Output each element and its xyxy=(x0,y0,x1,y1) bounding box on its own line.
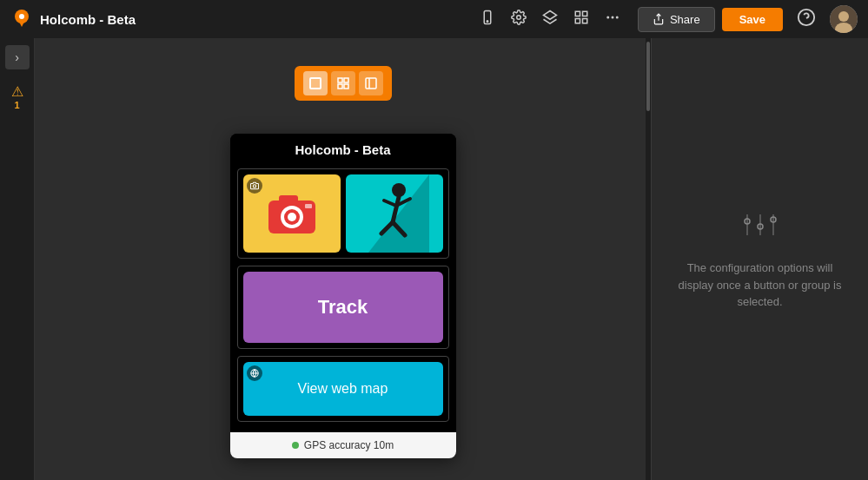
warning-icon: ⚠ xyxy=(11,83,23,100)
svg-point-5 xyxy=(517,15,521,19)
toolbar-btn-1[interactable] xyxy=(303,71,328,95)
config-message: The configuration options will display o… xyxy=(669,260,851,311)
svg-rect-9 xyxy=(582,18,586,23)
topnav: Holcomb - Beta xyxy=(0,0,868,38)
left-sidebar: › ⚠ 1 xyxy=(0,38,35,480)
svg-rect-29 xyxy=(279,195,298,204)
svg-point-11 xyxy=(606,16,609,18)
sidebar-warning: ⚠ 1 xyxy=(11,83,23,110)
phone-header: Holcomb - Beta xyxy=(230,134,456,165)
svg-rect-10 xyxy=(575,18,580,23)
logo-icon xyxy=(10,8,33,30)
webmap-badge xyxy=(247,365,262,381)
topnav-icons xyxy=(480,10,620,30)
camera-badge xyxy=(247,178,262,194)
camera-button[interactable] xyxy=(243,174,341,253)
svg-marker-6 xyxy=(543,10,556,19)
scroll-indicator xyxy=(646,38,651,480)
svg-rect-23 xyxy=(338,84,342,89)
phone-mockup: Holcomb - Beta xyxy=(230,134,456,458)
phone-toolbar xyxy=(295,66,392,101)
webmap-button[interactable]: View web map xyxy=(243,362,443,416)
svg-point-18 xyxy=(838,11,849,22)
svg-rect-7 xyxy=(575,11,580,16)
gps-text: GPS accuracy 10m xyxy=(304,439,394,451)
svg-point-32 xyxy=(288,213,296,221)
save-button[interactable]: Save xyxy=(722,8,783,31)
webmap-button-container: View web map xyxy=(237,356,449,422)
track-button-label: Track xyxy=(318,296,368,319)
toolbar-btn-2[interactable] xyxy=(331,71,355,95)
canvas-area: Holcomb - Beta xyxy=(35,38,651,480)
layers-icon[interactable] xyxy=(542,10,558,30)
svg-rect-22 xyxy=(344,78,348,82)
svg-rect-24 xyxy=(344,84,348,89)
gear-icon[interactable] xyxy=(511,10,527,30)
svg-point-13 xyxy=(616,16,619,18)
export-icon[interactable] xyxy=(573,10,589,30)
image-buttons-row xyxy=(237,168,449,259)
track-button-container: Track xyxy=(237,266,449,349)
config-sliders-icon xyxy=(739,207,782,246)
track-button[interactable]: Track xyxy=(243,272,443,343)
svg-rect-25 xyxy=(366,78,376,89)
right-panel: The configuration options will display o… xyxy=(651,38,868,480)
main: › ⚠ 1 xyxy=(0,38,868,480)
webmap-button-label: View web map xyxy=(298,381,388,397)
phone-title: Holcomb - Beta xyxy=(295,142,390,157)
share-button[interactable]: Share xyxy=(638,7,715,32)
svg-rect-20 xyxy=(310,78,321,89)
phone-body: Track View web map xyxy=(230,165,456,432)
gps-status: GPS accuracy 10m xyxy=(230,432,456,458)
app-title: Holcomb - Beta xyxy=(40,12,136,27)
svg-point-2 xyxy=(19,14,24,19)
share-label: Share xyxy=(670,13,700,26)
mobile-icon[interactable] xyxy=(480,10,495,30)
help-icon[interactable] xyxy=(797,8,816,31)
svg-point-27 xyxy=(253,185,255,187)
svg-rect-33 xyxy=(305,204,312,208)
svg-rect-8 xyxy=(582,11,586,16)
more-icon[interactable] xyxy=(605,10,620,30)
gps-dot xyxy=(292,442,299,449)
svg-point-4 xyxy=(487,20,488,22)
svg-line-39 xyxy=(384,201,396,206)
avatar[interactable] xyxy=(830,5,858,33)
app-logo: Holcomb - Beta xyxy=(10,8,136,30)
svg-point-12 xyxy=(611,16,613,18)
warning-count: 1 xyxy=(14,100,19,110)
sidebar-toggle[interactable]: › xyxy=(5,45,30,69)
climbing-button[interactable] xyxy=(346,174,443,253)
scroll-thumb[interactable] xyxy=(646,42,650,111)
toolbar-btn-3[interactable] xyxy=(359,71,383,95)
svg-rect-21 xyxy=(338,78,342,82)
chevron-left-icon: › xyxy=(15,50,19,64)
